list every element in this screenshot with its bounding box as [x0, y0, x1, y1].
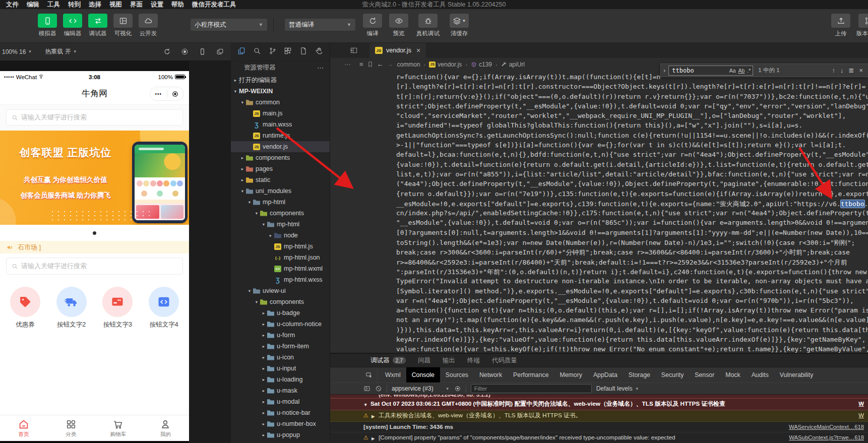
console-row[interactable]: ▼ Sat Oct 07 2023 03:06:21 GMT+0800 (中国标…: [330, 398, 868, 410]
mode-select[interactable]: 小程序模式▼: [191, 19, 267, 31]
collapse-sidebar-icon[interactable]: [347, 43, 360, 58]
compile-mode-select[interactable]: 普通编译▼: [285, 19, 355, 31]
breadcrumb-apiurl[interactable]: apiUrl: [501, 61, 525, 68]
tree-item[interactable]: ▾ components: [231, 208, 330, 219]
console-row[interactable]: ⚠ ▶ [Component] property "params" of "co…: [330, 432, 868, 443]
clear-cache-button[interactable]: ▼ 清缓存: [446, 14, 472, 37]
devtools-tab[interactable]: Sensor: [689, 367, 720, 383]
code-editor[interactable]: r=function(){var e={};if(Array.isArray(t…: [330, 71, 868, 353]
editor-more-icon[interactable]: ⋯: [344, 61, 351, 68]
devtools-tab[interactable]: Wxml: [380, 367, 406, 383]
tree-item[interactable]: runtime.js: [231, 130, 330, 141]
menu-item[interactable]: 转到: [64, 1, 85, 9]
devtools-tab[interactable]: Storage: [623, 367, 656, 383]
menu-item[interactable]: 编辑: [23, 1, 43, 9]
match-case-icon[interactable]: Aa: [729, 68, 736, 74]
tree-item[interactable]: mp-html.wxss: [231, 274, 330, 285]
breadcrumb-common[interactable]: common: [397, 61, 420, 68]
breadcrumb-vendor-js[interactable]: JSvendor.js: [429, 61, 462, 68]
debugger-panel-tab[interactable]: 输出: [443, 356, 455, 365]
console-filter-input[interactable]: [471, 384, 592, 393]
expand-caret-icon[interactable]: ▶: [371, 434, 379, 442]
tree-item[interactable]: ▸ 打开的编辑器: [231, 75, 330, 86]
close-target-button[interactable]: [167, 90, 184, 98]
device-debug-button[interactable]: 真机调试: [414, 14, 442, 37]
menu-item[interactable]: 选择: [85, 1, 105, 9]
record-icon[interactable]: [181, 48, 189, 55]
tree-item[interactable]: ▸ u-input: [231, 363, 330, 374]
forward-icon[interactable]: →: [387, 60, 394, 68]
debugger-panel-tab[interactable]: 问题: [418, 356, 430, 365]
console-row[interactable]: [system] Launch Time: 3436 ms WAServiceM…: [330, 422, 868, 432]
close-icon[interactable]: ×: [416, 46, 420, 54]
tree-item[interactable]: mp-html.js: [231, 241, 330, 252]
search-icon[interactable]: [253, 47, 261, 57]
devtools-tab[interactable]: Console: [406, 367, 440, 383]
log-level-select[interactable]: Default levels▼: [596, 385, 639, 392]
tree-item[interactable]: ▾ mp-html: [231, 219, 330, 230]
menu-item[interactable]: 帮助: [167, 1, 188, 9]
more-actions-icon[interactable]: ⋯: [317, 64, 324, 72]
find-input[interactable]: ttbobo Aa Ab .*: [668, 66, 753, 76]
bookmark-icon[interactable]: [367, 61, 374, 68]
simulator-button[interactable]: 模拟器: [36, 14, 58, 37]
tree-item[interactable]: ▾ uview-ui: [231, 285, 330, 296]
notice-bar[interactable]: 石市场 ]: [0, 241, 189, 254]
tree-item[interactable]: vendor.js: [231, 141, 330, 152]
inspect-element-icon[interactable]: [361, 367, 378, 383]
devtools-tab[interactable]: Sources: [440, 367, 474, 383]
tree-item[interactable]: ▸ u-modal: [231, 396, 330, 407]
clear-console-icon[interactable]: [375, 385, 382, 392]
tree-item[interactable]: ▸ components: [231, 152, 330, 163]
tab-category[interactable]: 分类: [47, 415, 95, 441]
detach-window-icon[interactable]: [216, 48, 224, 55]
tree-item[interactable]: ▾ common: [231, 97, 330, 108]
devtools-tab[interactable]: Memory: [554, 367, 588, 383]
tree-item[interactable]: mp-html.json: [231, 252, 330, 263]
tree-item[interactable]: ▸ u-column-notice: [231, 319, 330, 330]
tab-vendor-js[interactable]: JS vendor.js ×: [369, 43, 426, 58]
cloud-dev-button[interactable]: 云开发: [137, 14, 159, 37]
debugger-button[interactable]: 调试器: [87, 14, 109, 37]
back-icon[interactable]: ←: [377, 60, 384, 68]
tree-item[interactable]: main.wxss: [231, 119, 330, 130]
whole-word-icon[interactable]: Ab: [738, 68, 745, 74]
tree-item[interactable]: ▸ pages: [231, 163, 330, 174]
upload-button[interactable]: 上传: [830, 14, 852, 37]
tree-item[interactable]: ▸ u-icon: [231, 352, 330, 363]
tree-item[interactable]: ▸ u-number-box: [231, 418, 330, 429]
debugger-panel-tab[interactable]: 终端: [467, 356, 480, 365]
search-input-2[interactable]: 请输入关键字进行搜索: [6, 258, 183, 275]
hand-icon[interactable]: [315, 47, 323, 57]
compile-button[interactable]: 编译: [361, 14, 384, 37]
tab-home[interactable]: 首页: [0, 415, 47, 441]
breadcrumb-c139[interactable]: c139: [471, 61, 492, 68]
code-entry[interactable]: 按钮文字4: [143, 287, 185, 329]
devtools-tab[interactable]: Audits: [746, 367, 774, 383]
card-entry[interactable]: 按钮文字3: [96, 287, 139, 329]
device-frame-icon[interactable]: [199, 48, 206, 55]
find-expand-chevron-icon[interactable]: ›: [663, 67, 665, 74]
tree-item[interactable]: ▸ u-loading: [231, 374, 330, 385]
tree-item[interactable]: ▸ u-popup: [231, 429, 330, 440]
menu-item[interactable]: 视图: [105, 1, 126, 9]
visualize-button[interactable]: 可视化: [112, 14, 134, 37]
find-in-selection-icon[interactable]: ≣: [848, 67, 855, 74]
show-panel-icon[interactable]: [363, 385, 370, 392]
menu-item[interactable]: 文件: [2, 1, 23, 9]
delivery-entry[interactable]: 按钮文字2: [50, 287, 93, 329]
console-row[interactable]: ⚠ ▶ 工具未校验合法域名、web-view（业务域名）、TLS 版本以及 HT…: [330, 410, 868, 422]
tree-item[interactable]: ▸ u-mask: [231, 385, 330, 396]
debugger-panel-tab[interactable]: 调试器 2,7: [370, 356, 406, 365]
tree-item[interactable]: ▾ components: [231, 296, 330, 307]
debugger-panel-tab[interactable]: 代码质量: [492, 356, 517, 365]
tree-item[interactable]: ▸ u-badge: [231, 307, 330, 319]
source-control-icon[interactable]: [269, 47, 277, 57]
eye-target-icon[interactable]: [454, 385, 461, 392]
menu-item[interactable]: 工具: [43, 1, 64, 9]
tree-item[interactable]: ▾ MP-WEIXIN: [231, 86, 330, 97]
tree-item[interactable]: mp-html.wxml: [231, 263, 330, 274]
devtools-tab[interactable]: Network: [474, 367, 508, 383]
hot-reload-toggle[interactable]: 热重载 开▼: [45, 47, 77, 56]
editor-button[interactable]: 编辑器: [61, 14, 84, 37]
